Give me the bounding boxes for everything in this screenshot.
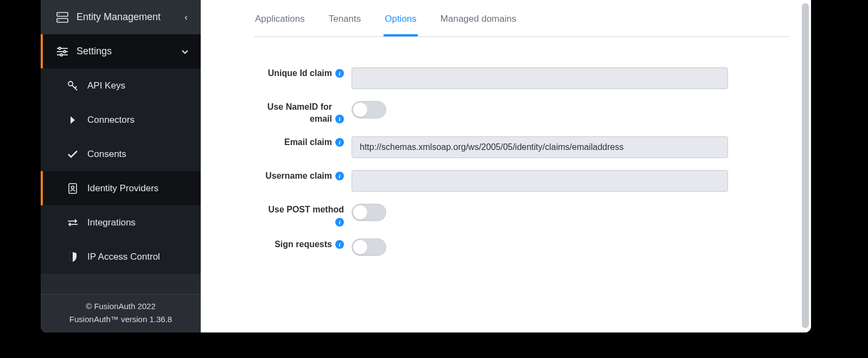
sidebar-item-ip-access-control[interactable]: IP Access Control bbox=[41, 240, 201, 274]
copyright-text: © FusionAuth 2022 bbox=[45, 300, 196, 313]
sliders-icon bbox=[56, 45, 69, 58]
check-icon bbox=[67, 148, 79, 160]
tab-applications[interactable]: Applications bbox=[254, 14, 306, 36]
info-icon[interactable]: i bbox=[335, 115, 344, 123]
row-email-claim: Email claim i bbox=[254, 136, 789, 158]
shield-icon bbox=[67, 251, 79, 263]
main-panel: Applications Tenants Options Managed dom… bbox=[201, 0, 811, 332]
key-icon bbox=[67, 80, 79, 92]
version-text: FusionAuth™ version 1.36.8 bbox=[45, 313, 196, 326]
sidebar-label: Entity Management bbox=[76, 11, 181, 23]
info-icon[interactable]: i bbox=[335, 69, 344, 78]
username-claim-input[interactable] bbox=[352, 170, 728, 192]
sidebar-item-entity-management[interactable]: Entity Management ‹ bbox=[41, 0, 201, 34]
chevron-left-icon: ‹ bbox=[181, 12, 191, 22]
sidebar-item-settings[interactable]: Settings bbox=[41, 34, 201, 68]
svg-point-8 bbox=[63, 51, 66, 53]
row-sign-requests: Sign requests i bbox=[254, 238, 789, 256]
svg-point-2 bbox=[59, 14, 60, 15]
svg-point-10 bbox=[68, 81, 73, 86]
sidebar-footer: © FusionAuth 2022 FusionAuth™ version 1.… bbox=[41, 294, 201, 332]
label-use-nameid-email: Use NameID for email bbox=[254, 101, 332, 124]
email-claim-input[interactable] bbox=[352, 136, 728, 158]
sidebar-item-consents[interactable]: Consents bbox=[41, 137, 201, 171]
tab-options[interactable]: Options bbox=[384, 14, 418, 36]
label-username-claim: Username claim bbox=[265, 170, 332, 182]
label-unique-id-claim: Unique Id claim bbox=[268, 67, 332, 79]
info-icon[interactable]: i bbox=[335, 218, 344, 227]
arrows-icon bbox=[67, 217, 79, 229]
use-post-method-toggle[interactable] bbox=[352, 204, 386, 221]
sidebar-item-connectors[interactable]: Connectors bbox=[41, 103, 201, 137]
row-unique-id-claim: Unique Id claim i bbox=[254, 67, 789, 89]
svg-point-9 bbox=[60, 54, 62, 56]
info-icon[interactable]: i bbox=[335, 172, 344, 180]
row-use-post-method: Use POST method i bbox=[254, 204, 789, 227]
label-email-claim: Email claim bbox=[284, 136, 332, 148]
sidebar: Entity Management ‹ Settings bbox=[41, 0, 201, 332]
svg-point-7 bbox=[59, 47, 61, 49]
content-card: Applications Tenants Options Managed dom… bbox=[239, 0, 811, 332]
sidebar-scroll: Entity Management ‹ Settings bbox=[41, 0, 201, 294]
chevron-right-icon bbox=[67, 114, 79, 126]
svg-point-3 bbox=[59, 20, 60, 21]
settings-submenu: API Keys Connectors Consents bbox=[41, 68, 201, 274]
sidebar-item-api-keys[interactable]: API Keys bbox=[41, 68, 201, 103]
tabs: Applications Tenants Options Managed dom… bbox=[254, 0, 789, 37]
svg-point-15 bbox=[72, 186, 74, 189]
id-badge-icon bbox=[67, 183, 79, 194]
unique-id-claim-input[interactable] bbox=[352, 67, 728, 89]
info-icon[interactable]: i bbox=[335, 138, 344, 147]
sidebar-item-label: Integrations bbox=[87, 217, 136, 228]
app-window: Entity Management ‹ Settings bbox=[41, 0, 811, 332]
sidebar-item-label: API Keys bbox=[87, 80, 125, 91]
tab-managed-domains[interactable]: Managed domains bbox=[439, 14, 518, 36]
label-sign-requests: Sign requests bbox=[275, 238, 332, 250]
label-use-post-method: Use POST method bbox=[268, 204, 344, 216]
sign-requests-toggle[interactable] bbox=[352, 238, 386, 256]
use-nameid-email-toggle[interactable] bbox=[352, 101, 386, 118]
tab-tenants[interactable]: Tenants bbox=[328, 14, 362, 36]
options-form: Unique Id claim i Use NameID for email i bbox=[254, 37, 789, 256]
sidebar-item-integrations[interactable]: Integrations bbox=[41, 205, 201, 240]
chevron-down-icon bbox=[181, 49, 191, 54]
row-use-nameid-email: Use NameID for email i bbox=[254, 101, 789, 124]
svg-line-12 bbox=[75, 86, 76, 88]
sidebar-item-label: Consents bbox=[87, 149, 126, 160]
info-icon[interactable]: i bbox=[335, 240, 344, 249]
svg-marker-13 bbox=[71, 116, 75, 124]
sidebar-item-label: Connectors bbox=[87, 115, 135, 125]
scrollbar[interactable] bbox=[802, 3, 809, 328]
sidebar-item-label: IP Access Control bbox=[87, 252, 160, 262]
row-username-claim: Username claim i bbox=[254, 170, 789, 192]
entity-icon bbox=[56, 11, 69, 24]
sidebar-item-label: Identity Providers bbox=[87, 183, 158, 194]
sidebar-item-identity-providers[interactable]: Identity Providers bbox=[41, 171, 201, 205]
sidebar-label: Settings bbox=[76, 46, 181, 57]
